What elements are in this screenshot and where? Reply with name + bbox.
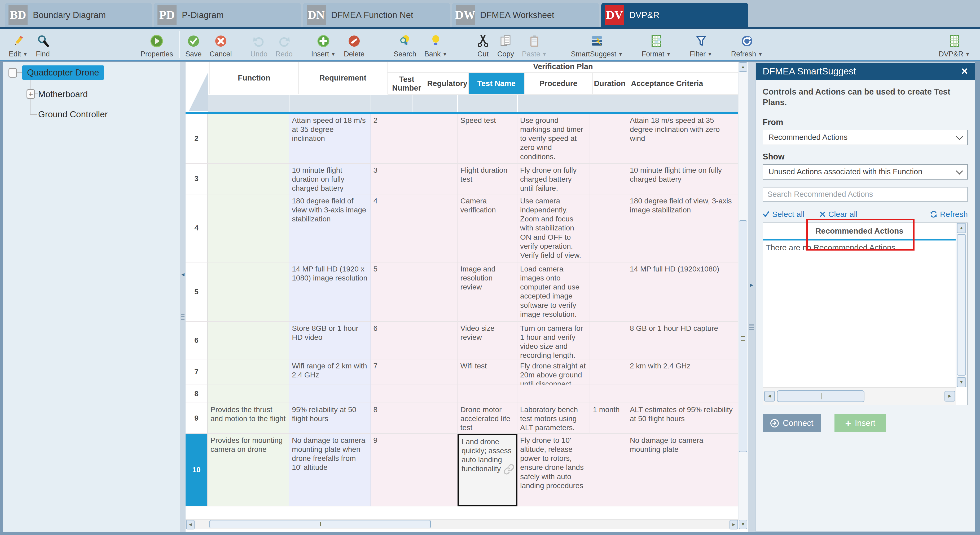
undo-button[interactable]: Undo [247,29,272,60]
copy-button[interactable]: Copy [493,29,518,60]
cell-regulatory-row-5[interactable] [412,262,458,322]
cell-function-row-7[interactable] [208,359,289,385]
smartsuggest-button[interactable]: SmartSuggest▼ [567,29,627,60]
list-horizontal-scrollbar[interactable]: ◄ ► [763,387,956,405]
cell-duration-row-10[interactable] [590,434,627,506]
cell-requirement-row-6[interactable]: Store 8GB or 1 hour HD video [289,322,371,359]
save-button[interactable]: Save [181,29,206,60]
column-header-test-number[interactable]: Test Number [388,73,426,95]
cell-test_number-row-2[interactable]: 2 [371,114,412,164]
refresh-link[interactable]: Refresh [930,210,968,219]
cancel-button[interactable]: Cancel [206,29,236,60]
splitter-grip[interactable] [749,324,754,331]
cell-acceptance-row-7[interactable]: 2 km with 2.4 GHz [627,359,738,385]
scroll-right-icon[interactable]: ► [730,520,738,529]
column-header-regulatory[interactable]: Regulatory [426,73,469,95]
cell-function-row-5[interactable] [208,262,289,322]
search-recommended-actions-input[interactable] [763,187,968,202]
cell-test_name-row-5[interactable]: Image and resolution review [458,262,517,322]
cell-test_number-row-3[interactable]: 3 [371,164,412,194]
cell-procedure-row-8[interactable] [517,385,590,403]
cell-requirement-row-2[interactable]: Attain speed of 18 m/s at 35 degree incl… [289,114,371,164]
cell-test_name-row-6[interactable]: Video size review [458,322,517,359]
cell-procedure-row-4[interactable]: Use camera independently. Zoom and focus… [517,194,590,262]
cell-requirement-row-7[interactable]: Wifi range of 2 km with 2.4 GHz [289,359,371,385]
cell-test_number-row-5[interactable]: 5 [371,262,412,322]
scroll-up-icon[interactable]: ▲ [739,62,747,72]
cell-procedure-row-6[interactable]: Turn on camera for 1 hour and verify vid… [517,322,590,359]
cell-requirement-row-9[interactable]: 95% reliability at 50 flight hours [289,403,371,434]
cell-function-row-10[interactable]: Provides for mounting camera on drone [208,434,289,506]
cell-regulatory-row-3[interactable] [412,164,458,194]
cell-acceptance-row-6[interactable]: 8 GB or 1 hour HD capture [627,322,738,359]
tab-dvpr[interactable]: DV DVP&R [601,3,748,27]
scroll-right-icon[interactable]: ► [945,391,955,402]
insert-button[interactable]: Insert▼ [307,29,340,60]
refresh-button[interactable]: Refresh▼ [727,29,767,60]
find-button[interactable]: Find [32,29,54,60]
cell-acceptance-row-2[interactable]: Attain 18 m/s speed at 35 degree inclina… [627,114,738,164]
cell-acceptance-row-8[interactable] [627,385,738,403]
cell-procedure-row-7[interactable]: Fly drone straight at 20m above ground u… [517,359,590,385]
cell-test_number-row-6[interactable]: 6 [371,322,412,359]
column-header-test-name[interactable]: Test Name [469,73,525,95]
from-dropdown[interactable]: Recommended Actions [763,130,968,145]
bank-button[interactable]: Bank▼ [420,29,452,60]
clear-all-link[interactable]: Clear all [819,210,858,219]
paste-button[interactable]: Paste▼ [518,29,551,60]
cell-test_name-row-8[interactable] [458,385,517,403]
cell-duration-row-8[interactable] [590,385,627,403]
cell-requirement-row-4[interactable]: 180 degree field of view with 3-axis ima… [289,194,371,262]
collapse-node-icon[interactable]: − [8,68,17,78]
cell-duration-row-9[interactable]: 1 month [590,403,627,434]
cell-procedure-row-2[interactable]: Use ground markings and timer to verify … [517,114,590,164]
recommended-actions-header[interactable]: Recommended Actions [763,223,956,239]
row-header-7[interactable]: 7 [186,359,208,385]
cell-acceptance-row-3[interactable]: 10 minute flight time on fully charged b… [627,164,738,194]
cell-function-row-9[interactable]: Provides the thrust and motion to the fl… [208,403,289,434]
scroll-down-icon[interactable]: ▼ [957,377,966,387]
cell-regulatory-row-8[interactable] [412,385,458,403]
row-header-6[interactable]: 6 [186,322,208,359]
cell-test_name-row-3[interactable]: Flight duration test [458,164,517,194]
cell-duration-row-5[interactable] [590,262,627,322]
row-header-9[interactable]: 9 [186,403,208,434]
cell-test_number-row-10[interactable]: 9 [371,434,412,506]
insert-action-button[interactable]: + Insert [834,414,886,432]
cell-acceptance-row-4[interactable]: 180 degree field of view, 3-axis image s… [627,194,738,262]
search-button[interactable]: Search [390,29,420,60]
properties-button[interactable]: Properties [137,29,177,60]
column-header-duration[interactable]: Duration [593,73,627,95]
cell-duration-row-7[interactable] [590,359,627,385]
column-header-function[interactable]: Function [210,62,299,94]
column-header-acceptance-criteria[interactable]: Acceptance Criteria [627,73,738,95]
left-splitter[interactable]: ◄ [180,62,186,532]
cell-function-row-3[interactable] [208,164,289,194]
redo-button[interactable]: Redo [272,29,297,60]
collapse-right-icon[interactable]: ► [748,282,755,288]
scroll-down-icon[interactable]: ▼ [739,520,747,529]
tab-p-diagram[interactable]: PD P-Diagram [154,3,301,27]
cut-button[interactable]: Cut [473,29,493,60]
cell-acceptance-row-9[interactable]: ALT estimates of 95% reliability at 50 f… [627,403,738,434]
expand-node-icon[interactable]: + [27,89,35,99]
cell-duration-row-2[interactable] [590,114,627,164]
cell-function-row-2[interactable] [208,114,289,164]
cell-duration-row-3[interactable] [590,164,627,194]
cell-regulatory-row-10[interactable] [412,434,458,506]
horizontal-scroll-thumb[interactable] [209,520,431,529]
row-header-5[interactable]: 5 [186,262,208,322]
cell-requirement-row-8[interactable] [289,385,371,403]
collapse-left-icon[interactable]: ◄ [180,271,186,278]
cell-requirement-row-5[interactable]: 14 MP full HD (1920 x 1080) image resolu… [289,262,371,322]
connect-button[interactable]: Connect [763,414,821,432]
row-header-4[interactable]: 4 [186,194,208,262]
cell-requirement-row-3[interactable]: 10 minute flight duration on fully charg… [289,164,371,194]
table-horizontal-scrollbar[interactable]: ◄ ► [186,519,738,529]
show-dropdown[interactable]: Unused Actions associated with this Func… [763,164,968,179]
cell-test_number-row-9[interactable]: 8 [371,403,412,434]
row-header-3[interactable]: 3 [186,164,208,194]
delete-button[interactable]: Delete [340,29,369,60]
edit-button[interactable]: Edit▼ [5,29,32,60]
tree-node-motherboard[interactable]: Motherboard [37,88,89,101]
